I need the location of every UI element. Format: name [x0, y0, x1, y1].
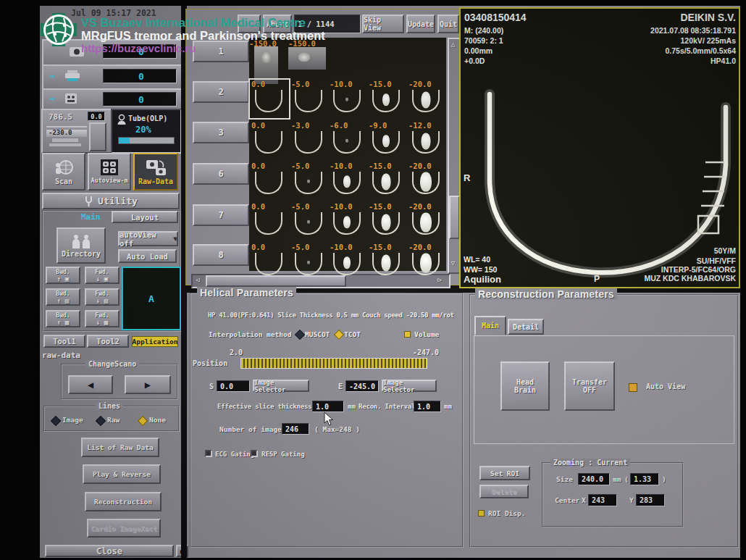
skip-view-button[interactable]: Skip View — [362, 14, 404, 33]
muscot-label[interactable]: MUSCOT — [305, 330, 330, 338]
recon-tab-detail[interactable]: Detail — [508, 319, 544, 335]
ecg-gating-checkbox[interactable] — [205, 450, 212, 457]
volume-checkbox[interactable] — [404, 331, 411, 338]
thumbnail-position-label: -20.0 — [408, 243, 432, 251]
directory-button[interactable]: Directory — [56, 227, 106, 264]
end-position-field[interactable]: -245.0 — [345, 380, 379, 392]
selector-row-button-3[interactable]: 3 — [193, 122, 249, 143]
range-start-label: 2.0 — [230, 348, 243, 356]
couch-position-value: 786.5 — [49, 112, 72, 122]
lines-raw-label[interactable]: Raw — [107, 416, 120, 424]
cardio-imagexact-button[interactable]: Cardio ImageXact — [87, 519, 161, 538]
scroll-up-button[interactable]: △ — [448, 38, 458, 51]
fwd-film-button[interactable]: Fwd.↓ ▦ — [85, 310, 120, 327]
list-of-raw-data-button[interactable]: List of Raw Data — [81, 438, 159, 457]
tab-layout[interactable]: Layout — [112, 211, 178, 223]
thumbnail-position-label: -12.0 — [408, 121, 432, 130]
selector-row-button-7[interactable]: 7 — [193, 204, 249, 226]
bwd-image-button[interactable]: Bwd.↑ ▣ — [46, 267, 80, 284]
image-counter-field[interactable]: 1 / 1144 — [294, 14, 361, 33]
auto-view-label[interactable]: Auto View — [646, 383, 685, 390]
center-y-field[interactable]: 283 — [636, 494, 665, 506]
roi-disp-label[interactable]: ROI Disp. — [488, 509, 525, 517]
abort-button[interactable]: Abort — [263, 14, 292, 33]
fwd-folder-button[interactable]: Fwd.↓ ▤ — [85, 288, 120, 306]
selector-row-button-2[interactable]: 2 — [193, 81, 249, 103]
recon-interval-field[interactable]: 1.0 — [414, 401, 441, 412]
layout-preview-box[interactable]: A — [122, 267, 181, 330]
auto-load-button[interactable]: Auto Load — [118, 249, 177, 263]
vertical-scroll-thumb[interactable] — [449, 196, 460, 239]
scroll-left-button[interactable]: ◁ — [191, 274, 204, 285]
thumbnail-position-label: -10.0 — [330, 243, 353, 251]
bwd-folder-button[interactable]: Bwd.↑ ▤ — [46, 288, 80, 306]
down-triangle-icon: ▽ — [451, 259, 455, 267]
ct-console-screen: Jul 09 15:17 2021 0 → 0 → 0 786.5 0.0 -2… — [0, 0, 746, 560]
scroll-down-button[interactable]: ▽ — [448, 256, 458, 269]
tab-main[interactable]: Main — [81, 212, 101, 222]
transfer-off-button[interactable]: TransferOFF — [564, 362, 615, 411]
camera-icon — [70, 47, 84, 57]
autoview-dropdown[interactable]: autoView off ▼ — [118, 231, 178, 246]
lines-none-label[interactable]: None — [149, 416, 166, 424]
scano-next-button[interactable]: ▶ — [125, 375, 171, 394]
person-icon — [117, 114, 127, 125]
resp-gating-checkbox[interactable] — [251, 450, 258, 457]
zoom-factor-field[interactable]: 1.33 — [630, 473, 659, 485]
resp-gating-label[interactable]: RESP Gating — [261, 451, 305, 458]
start-position-field[interactable]: 0.0 — [217, 380, 250, 392]
horizontal-scroll-thumb[interactable] — [206, 275, 346, 287]
delete-button[interactable]: Delete — [479, 485, 529, 498]
fwd-image-button[interactable]: Fwd.↓ ▣ — [85, 267, 120, 284]
autoview-m-button[interactable]: Autoview-m — [88, 153, 131, 191]
start-image-selector-button[interactable]: Image Selector — [253, 380, 309, 392]
recon-tab-main[interactable]: Main — [474, 316, 506, 335]
play-reverse-button[interactable]: Play & Reverse — [83, 464, 161, 484]
scout-thumbnail-lateral[interactable] — [288, 47, 326, 70]
thumbnail-position-label: -15.0 — [369, 80, 392, 88]
selector-row-button-8[interactable]: 8 — [193, 244, 249, 266]
institution-name: MUZ KDC KHABAROVSK — [507, 274, 736, 283]
couch-height-value: -230.0 — [49, 129, 72, 136]
update-button[interactable]: Update — [406, 14, 435, 33]
zoom-size-field[interactable]: 240.0 — [578, 473, 610, 485]
size-unit-label: mm — [613, 475, 621, 483]
zooming-title: Zooming : Current — [550, 459, 630, 467]
thumbnail-object-blob — [343, 257, 351, 269]
toolbar-view-button[interactable] — [238, 14, 261, 33]
volume-label[interactable]: Volume — [414, 330, 439, 338]
tcot-label[interactable]: TCOT — [344, 330, 361, 338]
position-slider[interactable] — [240, 358, 427, 369]
thumbnail-position-label: 0.0 — [251, 80, 265, 88]
raw-data-button[interactable]: Raw-Data — [133, 153, 178, 191]
selector-row-button-6[interactable]: 6 — [193, 163, 249, 185]
utility-button[interactable]: Utility — [42, 193, 180, 209]
scroll-right-button[interactable]: ▷ — [433, 274, 446, 285]
lines-image-label[interactable]: Image — [62, 416, 83, 424]
tab-tool1[interactable]: Tool1 — [43, 335, 85, 348]
head-brain-button[interactable]: HeadBrain — [500, 362, 550, 411]
bwd-film-button[interactable]: Bwd.↑ ▦ — [46, 310, 80, 327]
thumbnail-object-blob — [345, 139, 348, 143]
tab-application[interactable]: Application — [132, 336, 178, 347]
reconstruction-button[interactable]: Reconstruction — [85, 492, 162, 511]
eff-thickness-field[interactable]: 1.0 — [312, 401, 344, 412]
auto-view-checkbox[interactable] — [629, 383, 637, 392]
roi-disp-checkbox[interactable] — [478, 510, 485, 517]
set-roi-button[interactable]: Set ROI — [479, 466, 530, 480]
close-button[interactable]: Close — [45, 545, 174, 557]
patient-age-sex: 50Y/M — [507, 246, 736, 255]
ecg-gating-label[interactable]: ECG Gating — [215, 451, 254, 458]
scan-button[interactable]: Scan — [42, 153, 85, 191]
center-x-field[interactable]: 243 — [588, 494, 617, 506]
recon-kernel: INTERP-5/FC64/ORG — [507, 265, 736, 274]
end-image-selector-button[interactable]: Image Selector — [382, 380, 437, 392]
quit-button[interactable]: Quit — [437, 14, 459, 33]
thumbnail-position-label: -15.0 — [369, 162, 392, 170]
selector-row-button-1[interactable]: 1 — [193, 41, 249, 62]
num-images-field[interactable]: 246 — [282, 423, 309, 435]
scano-prev-button[interactable]: ◀ — [68, 375, 113, 394]
scan-exposure: 120kV/ 225mAs — [553, 36, 736, 45]
tab-tool2[interactable]: Tool2 — [87, 335, 129, 348]
couch-base — [49, 143, 81, 146]
